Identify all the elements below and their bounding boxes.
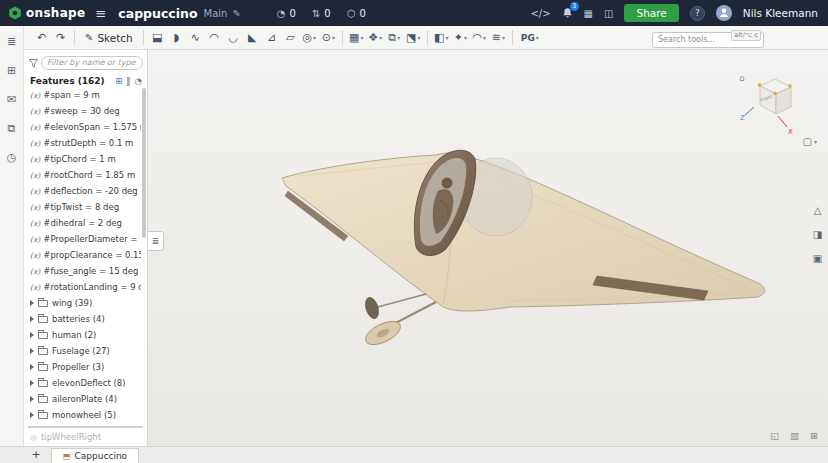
appearance-icon[interactable]: ▥ (790, 430, 799, 441)
view-settings-menu[interactable]: ▢ (803, 136, 817, 147)
history-icon[interactable]: ◷ (3, 148, 21, 166)
front-wheel[interactable] (363, 296, 381, 321)
rollback-history-icon[interactable]: ◔ (135, 76, 142, 86)
variable-row-elevonspan[interactable]: (x)#elevonSpan = 1.575 m (24, 119, 141, 135)
suppress-icon[interactable]: ‖ (126, 76, 130, 86)
expand-chevron-icon[interactable] (30, 316, 34, 322)
cube-corner-marker[interactable] (789, 85, 792, 88)
surface-button[interactable]: ◠ (470, 28, 489, 48)
variable-row-dihedral[interactable]: (x)#dihedral = 2 deg (24, 215, 141, 231)
sweep-button[interactable]: ∿ (186, 28, 205, 48)
featurescript-icon[interactable]: </> (530, 8, 550, 19)
variable-row-strutdepth[interactable]: (x)#strutDepth = 0.1 m (24, 135, 141, 151)
panel-scrollbar[interactable] (142, 88, 146, 238)
redo-button[interactable]: ↷ (51, 28, 70, 48)
circular-pattern-button[interactable]: ❖ (366, 28, 385, 48)
custom-features-menu[interactable]: PG (517, 28, 543, 48)
undo-button[interactable]: ↶ (32, 28, 51, 48)
draft-button[interactable]: ⊿ (262, 28, 281, 48)
variable-icon: (x) (30, 155, 40, 164)
expand-chevron-icon[interactable] (30, 396, 34, 402)
extrude-button[interactable]: ⬓ (148, 28, 167, 48)
aircraft-model[interactable] (282, 150, 765, 349)
variable-row-span[interactable]: (x)#span = 9 m (24, 87, 141, 103)
folder-row-human[interactable]: human (2) (24, 327, 141, 343)
avatar[interactable] (716, 5, 732, 21)
people-icon[interactable]: ◫ (604, 8, 613, 19)
boolean-button[interactable]: ⬔ (404, 28, 423, 48)
rollback-bar[interactable] (28, 426, 143, 428)
variable-row-tipchord[interactable]: (x)#tipChord = 1 m (24, 151, 141, 167)
notifications-bell-icon[interactable]: 3 (562, 7, 573, 19)
sketch-button[interactable]: ✎ Sketch (79, 28, 139, 48)
feature-row-tipwheelright[interactable]: ◎ tipWheelRight (24, 429, 147, 445)
status-counter-b[interactable]: ⇅ 0 (312, 8, 331, 19)
landing-gear[interactable] (362, 294, 436, 349)
tab-cappuccino[interactable]: ⬒ Cappuccino (51, 448, 139, 463)
fillet-button[interactable]: ◡ (224, 28, 243, 48)
split-button[interactable]: ◧ (432, 28, 451, 48)
scale-indicator-icon[interactable]: ◱ (770, 430, 779, 441)
expand-chevron-icon[interactable] (30, 412, 34, 418)
expand-chevron-icon[interactable] (30, 364, 34, 370)
hole-button[interactable]: ◎ (300, 28, 319, 48)
variable-row-propellerdiameter[interactable]: (x)#PropellerDiameter = ... (24, 231, 141, 247)
grid-toggle-icon[interactable]: ⊞ (810, 430, 818, 441)
expand-chevron-icon[interactable] (30, 332, 34, 338)
feature-list-icon[interactable]: ≣ (3, 32, 21, 50)
view-cube[interactable]: ⌂ Front Z X (739, 73, 793, 136)
variable-row-sweep[interactable]: (x)#sweep = 30 deg (24, 103, 141, 119)
apps-grid-icon[interactable]: ▦ (584, 8, 593, 19)
chamfer-button[interactable]: ◣ (243, 28, 262, 48)
status-c-icon: ⬡ (347, 8, 356, 19)
panel-flyout-handle[interactable]: ≣ (148, 231, 164, 251)
mirror-button[interactable]: ⧉ (385, 28, 404, 48)
variable-row-fuseangle[interactable]: (x)#fuse_angle = 15 deg (24, 263, 141, 279)
edit-document-icon[interactable]: ✎ (232, 8, 240, 19)
loft-button[interactable]: ◠ (205, 28, 224, 48)
cube-corner-marker[interactable] (774, 92, 777, 95)
variable-row-rotationlanding[interactable]: (x)#rotationLanding = 9 d... (24, 279, 141, 295)
branch-label[interactable]: Main (204, 8, 228, 19)
folder-row-aileronplate[interactable]: aileronPlate (4) (24, 391, 141, 407)
transform-button[interactable]: ✦ (451, 28, 470, 48)
folder-row-wing[interactable]: wing (39) (24, 295, 141, 311)
expand-chevron-icon[interactable] (30, 300, 34, 306)
folder-row-fuselage[interactable]: Fuselage (27) (24, 343, 141, 359)
filter-input[interactable] (41, 56, 143, 70)
status-counter-a[interactable]: ◔ 0 (277, 8, 296, 19)
expand-chevron-icon[interactable] (30, 380, 34, 386)
folder-row-elevondeflect[interactable]: elevonDeflect (8) (24, 375, 141, 391)
add-tab-button[interactable]: + (28, 447, 44, 462)
variable-row-rootchord[interactable]: (x)#rootChord = 1.85 m (24, 167, 141, 183)
cube-corner-marker[interactable] (758, 84, 761, 87)
comments-icon[interactable]: ✉ (3, 90, 21, 108)
curve-button[interactable]: ≋ (489, 28, 508, 48)
variable-row-tiptwist[interactable]: (x)#tipTwist = 8 deg (24, 199, 141, 215)
folder-row-batteries[interactable]: batteries (4) (24, 311, 141, 327)
variable-row-deflection[interactable]: (x)#deflection = -20 deg (24, 183, 141, 199)
create-folder-icon[interactable]: ⊞ (115, 76, 122, 86)
section-view-icon[interactable]: ◨ (809, 226, 826, 243)
folder-row-propeller[interactable]: Propeller (3) (24, 359, 141, 375)
share-button[interactable]: Share (624, 4, 678, 22)
folder-label: elevonDeflect (8) (52, 378, 126, 388)
linear-pattern-button[interactable]: ▦ (347, 28, 366, 48)
main-menu-button[interactable]: ≡ (95, 6, 106, 21)
status-counter-c[interactable]: ⬡ 0 (347, 8, 366, 19)
onshape-logo-icon[interactable] (8, 6, 22, 20)
variable-row-propclearance[interactable]: (x)#propClearance = 0.15 ... (24, 247, 141, 263)
home-view-icon[interactable]: ⌂ (739, 73, 745, 83)
help-button[interactable]: ? (690, 6, 705, 21)
revolve-button[interactable]: ◗ (167, 28, 186, 48)
expand-chevron-icon[interactable] (30, 348, 34, 354)
thicken-button[interactable]: ⊙ (319, 28, 338, 48)
versions-icon[interactable]: ⧉ (3, 119, 21, 137)
document-title[interactable]: cappuccino (118, 6, 197, 21)
shell-button[interactable]: ▱ (281, 28, 300, 48)
named-views-icon[interactable]: ▣ (809, 250, 826, 267)
folder-row-monowheel[interactable]: monowheel (5) (24, 407, 141, 423)
configurations-icon[interactable]: ⊞ (3, 61, 21, 79)
isometric-views-icon[interactable]: △ (809, 202, 826, 219)
graphics-viewport[interactable]: ⌂ Front Z X ≣ ▢ △ ◨ ▣ ◱ ▥ ⊞ (148, 50, 828, 446)
